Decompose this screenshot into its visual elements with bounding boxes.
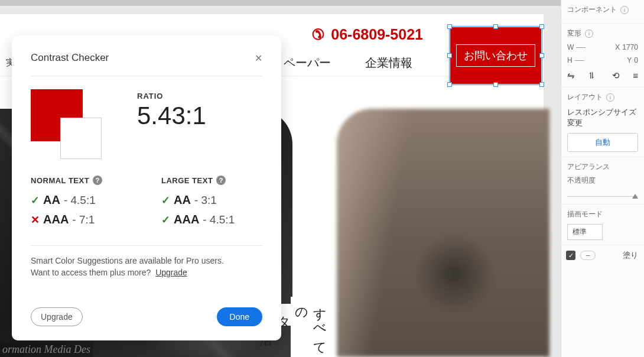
phone-icon: ✆ <box>312 26 324 43</box>
level-aa: AA <box>43 193 60 207</box>
vertical-text-3: すべての <box>291 297 330 357</box>
auto-button[interactable]: 自動 <box>567 133 638 152</box>
blend-mode-select[interactable]: 標準 <box>567 224 603 240</box>
normal-text-column: NORMAL TEXT ? ✓ AA - 4.5:1 ✕ AAA - 7:1 <box>31 176 132 232</box>
upgrade-button[interactable]: Upgrade <box>31 307 83 326</box>
appearance-label: アピアランス <box>567 162 610 172</box>
fill-section: ✓ – 塗り <box>561 245 644 265</box>
properties-panel: コンポーネント i 変形 i W X 1770 H Y 0 ⇋ ⥮ ⟲ ≡ レイ… <box>561 0 644 357</box>
canvas-top-bar <box>0 0 561 6</box>
info-icon[interactable]: i <box>606 93 614 102</box>
x-value[interactable]: 1770 <box>622 43 638 51</box>
transform-section: 変形 i W X 1770 H Y 0 ⇋ ⥮ ⟲ ≡ <box>561 24 644 87</box>
background-swatch[interactable] <box>60 118 102 159</box>
component-section: コンポーネント i <box>561 0 644 24</box>
watermark-text: ormation Media Des <box>0 342 93 357</box>
req-aa: - 4.5:1 <box>64 194 96 207</box>
done-button[interactable]: Done <box>217 307 262 326</box>
align-icon[interactable]: ≡ <box>633 70 638 81</box>
upgrade-link[interactable]: Upgrade <box>155 268 187 277</box>
w-value[interactable] <box>576 47 586 48</box>
pass-icon: ✓ <box>161 194 170 207</box>
cta-label: お問い合わせ <box>456 44 535 67</box>
flip-vertical-icon[interactable]: ⥮ <box>588 70 596 81</box>
contrast-checker-modal: Contrast Checker ✕ RATIO 5.43:1 NORMAL T… <box>12 35 281 340</box>
ratio-label: RATIO <box>137 92 206 100</box>
info-icon[interactable]: i <box>585 30 593 38</box>
phone-text: 06-6809-5021 <box>331 26 423 43</box>
fill-checkbox[interactable]: ✓ <box>566 251 575 260</box>
pro-upsell-text: Smart Color Suggestions are available fo… <box>31 255 262 278</box>
y-value[interactable]: 0 <box>634 56 638 64</box>
opacity-label: 不透明度 <box>567 176 638 186</box>
large-aa-row: ✓ AA - 3:1 <box>161 193 262 207</box>
req-aaa: - 4.5:1 <box>203 213 235 226</box>
y-label: Y <box>627 56 632 64</box>
info-icon[interactable]: i <box>620 6 629 14</box>
fill-label: 塗り <box>623 250 638 261</box>
normal-aa-row: ✓ AA - 4.5:1 <box>31 193 132 207</box>
fill-swatch[interactable]: – <box>580 251 596 260</box>
w-label: W <box>567 43 574 51</box>
h-label: H <box>567 56 573 64</box>
layout-label: レイアウト <box>567 92 603 102</box>
large-text-title: LARGE TEXT <box>161 176 213 185</box>
pass-icon: ✓ <box>31 194 40 207</box>
level-aaa: AAA <box>174 213 199 226</box>
level-aaa: AAA <box>43 213 69 226</box>
req-aaa: - 7:1 <box>72 213 95 226</box>
cta-button[interactable]: お問い合わせ <box>450 27 541 84</box>
hero-image-right[interactable] <box>337 109 549 357</box>
pro-line2: Want to access them plus more? <box>31 268 151 277</box>
normal-text-title: NORMAL TEXT <box>31 176 89 185</box>
opacity-slider[interactable] <box>567 196 638 197</box>
color-swatches <box>31 89 102 159</box>
pass-icon: ✓ <box>161 213 170 226</box>
fail-icon: ✕ <box>31 213 40 226</box>
rotate-icon[interactable]: ⟲ <box>612 70 620 81</box>
help-icon[interactable]: ? <box>93 176 102 185</box>
flip-horizontal-icon[interactable]: ⇋ <box>567 70 575 81</box>
ratio-value: 5.43:1 <box>137 102 206 130</box>
nav-item-company[interactable]: 企業情報 <box>365 55 412 71</box>
appearance-section: アピアランス 不透明度 <box>561 157 644 205</box>
responsive-label: レスポンシブサイズ変更 <box>567 107 638 128</box>
h-value[interactable] <box>575 60 584 61</box>
close-icon[interactable]: ✕ <box>255 53 262 64</box>
x-label: X <box>615 43 620 51</box>
large-text-column: LARGE TEXT ? ✓ AA - 3:1 ✓ AAA - 4.5:1 <box>161 176 262 232</box>
normal-aaa-row: ✕ AAA - 7:1 <box>31 213 132 226</box>
modal-title: Contrast Checker <box>31 52 109 64</box>
component-label: コンポーネント <box>567 5 617 15</box>
pro-line1: Smart Color Suggestions are available fo… <box>31 256 224 265</box>
large-aaa-row: ✓ AAA - 4.5:1 <box>161 213 262 226</box>
phone-number: ✆ 06-6809-5021 <box>312 26 423 43</box>
divider <box>31 245 262 246</box>
blend-section: 描画モード 標準 <box>561 205 644 245</box>
transform-label: 変形 <box>567 28 581 38</box>
blend-label: 描画モード <box>567 209 638 219</box>
layout-section: レイアウト i レスポンシブサイズ変更 自動 <box>561 87 644 157</box>
req-aa: - 3:1 <box>194 194 217 207</box>
help-icon[interactable]: ? <box>216 176 226 185</box>
level-aa: AA <box>174 193 191 207</box>
